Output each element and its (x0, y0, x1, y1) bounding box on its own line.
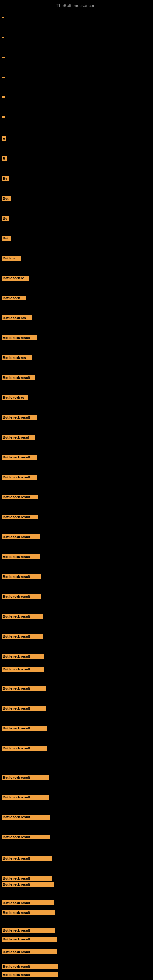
bar-label (2, 17, 4, 18)
bar-item: Bottleneck result (2, 937, 57, 942)
bar-item: Bottleneck result (2, 928, 55, 933)
bar-label: Bott (2, 196, 11, 201)
bar-item: Bottleneck result (2, 335, 37, 340)
bar-item: Bottleneck result (2, 535, 40, 539)
bar-label: Bottleneck result (2, 937, 57, 942)
bar-item: Bott (2, 236, 11, 241)
bar-label: Bottleneck result (2, 795, 49, 800)
bar-item: Bottleneck result (2, 554, 40, 559)
bar-item: Bottleneck result (2, 634, 43, 639)
bar-label: Bottleneck result (2, 964, 58, 969)
bar-item: Bottleneck resul (2, 435, 35, 440)
bar-label: B (2, 136, 6, 141)
bar-label: Bo (2, 216, 10, 221)
bar-label: Bottleneck (2, 296, 26, 301)
bar-label: Bottleneck result (2, 876, 52, 881)
bar-label: Bottleneck res (2, 355, 32, 360)
bar-item: Bottleneck result (2, 856, 52, 861)
bar-item: Bottleneck result (2, 667, 45, 671)
bar-item: Bottleneck re (2, 395, 29, 400)
bar-label: Bottleneck result (2, 972, 58, 977)
bar-item (2, 76, 5, 78)
bar-label: Bottleneck result (2, 455, 37, 460)
bar-label: Bottleneck result (2, 910, 55, 915)
bar-item: Bottleneck re (2, 275, 29, 280)
bar-label (2, 76, 5, 78)
bar-label: B (2, 156, 7, 161)
bar-label: Bottleneck result (2, 634, 43, 639)
bar-label (2, 116, 5, 118)
bar-item (2, 97, 5, 98)
bar-item: Bottleneck result (2, 972, 58, 977)
bar-label: Bottleneck result (2, 535, 40, 539)
bar-label (2, 37, 4, 38)
bar-item: Bottleneck result (2, 746, 48, 751)
bar-label: Bottleneck result (2, 706, 46, 711)
bar-item: B (2, 136, 6, 141)
bar-label: Bottleneck result (2, 746, 48, 751)
bar-item: Bottleneck result (2, 375, 35, 380)
bar-item: Bottleneck (2, 296, 26, 301)
bar-item: Bottleneck result (2, 726, 48, 731)
bar-label: Bottleneck resul (2, 435, 35, 440)
bar-item: Bottleneck result (2, 775, 49, 780)
bar-item: Bottleneck result (2, 964, 58, 969)
bar-label: Bo (2, 176, 9, 181)
bar-label: Bottleneck re (2, 395, 29, 400)
bar-label: Bottleneck result (2, 514, 38, 519)
bar-item: Bottleneck result (2, 614, 43, 619)
bar-item: Bo (2, 176, 9, 181)
bar-item: Bottleneck result (2, 594, 41, 599)
bar-item: Bottleneck result (2, 900, 54, 905)
bar-label: Bottleneck result (2, 815, 51, 819)
bar-item: Bottleneck result (2, 514, 38, 519)
bar-label: Bottleneck result (2, 667, 45, 671)
bar-label: Bottleneck result (2, 375, 35, 380)
bar-item: Bottleneck result (2, 835, 51, 840)
bar-label: Bottleneck result (2, 950, 57, 954)
bar-item: Bottleneck result (2, 415, 37, 420)
bar-item: Bottleneck result (2, 686, 46, 691)
bar-item: Bottleneck result (2, 815, 51, 819)
bar-label: Bottleneck result (2, 475, 37, 480)
bar-item: Bottleneck res (2, 315, 32, 320)
bar-label: Bottleneck result (2, 554, 40, 559)
bar-item (2, 17, 4, 18)
bar-label (2, 97, 5, 98)
bar-item: Bottleneck res (2, 355, 32, 360)
bar-item: Bott (2, 196, 11, 201)
bar-label: Bottleneck result (2, 928, 55, 933)
bar-item (2, 57, 5, 58)
bar-label: Bottleneck result (2, 726, 48, 731)
bar-label: Bottleneck res (2, 315, 32, 320)
bar-label: Bottleneck result (2, 835, 51, 840)
bar-item (2, 116, 5, 118)
bar-item: Bottleneck result (2, 910, 55, 915)
bar-item: Bottleneck result (2, 876, 52, 881)
bar-item: Bottleneck result (2, 455, 37, 460)
bar-label: Bottleneck result (2, 495, 38, 500)
site-title: TheBottlenecker.com (0, 0, 153, 10)
bar-item: B (2, 156, 7, 161)
bar-item: Bottleneck result (2, 475, 37, 480)
bar-label: Bottleneck result (2, 775, 49, 780)
bar-label: Bottleneck result (2, 900, 54, 905)
bar-item: Bottleneck result (2, 574, 41, 579)
bar-item: Bottleneck result (2, 495, 38, 500)
bar-label: Bottleneck result (2, 686, 46, 691)
bar-label: Bottleneck re (2, 275, 29, 280)
bar-item: Bottleneck result (2, 950, 57, 954)
bar-label: Bottleneck result (2, 882, 54, 887)
bar-label: Bottleneck result (2, 654, 45, 659)
bar-item: Bottleneck result (2, 706, 46, 711)
bar-item: Bottlene (2, 256, 21, 261)
bar-label: Bottleneck result (2, 415, 37, 420)
bar-label (2, 57, 5, 58)
bar-item: Bottleneck result (2, 882, 54, 887)
bar-label: Bottleneck result (2, 614, 43, 619)
bar-item: Bottleneck result (2, 654, 45, 659)
bar-item (2, 37, 4, 38)
bar-item: Bottleneck result (2, 795, 49, 800)
bar-label: Bott (2, 236, 11, 241)
chart-area: TheBottlenecker.com BBBoBottBoBottBottle… (0, 0, 153, 980)
